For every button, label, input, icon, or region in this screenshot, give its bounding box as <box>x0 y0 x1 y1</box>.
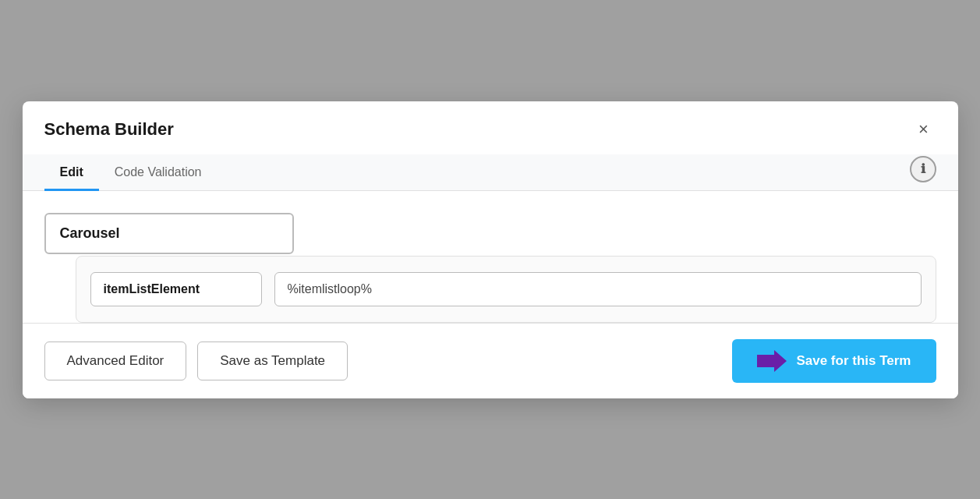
schema-builder-modal: Schema Builder × Edit Code Validation ℹ … <box>23 101 958 398</box>
item-key-field[interactable]: itemListElement <box>90 272 262 306</box>
close-button[interactable]: × <box>911 117 936 142</box>
tabs-bar: Edit Code Validation ℹ <box>23 154 958 191</box>
carousel-label[interactable]: Carousel <box>44 213 294 254</box>
modal-footer: Advanced Editor Save as Template Save fo… <box>23 323 958 398</box>
advanced-editor-button[interactable]: Advanced Editor <box>44 342 187 380</box>
save-template-button[interactable]: Save as Template <box>197 342 348 380</box>
modal-header: Schema Builder × <box>23 101 958 154</box>
modal-body: Carousel itemListElement %itemlistloop% <box>23 191 958 323</box>
info-icon[interactable]: ℹ <box>910 156 936 182</box>
svg-marker-0 <box>757 350 787 372</box>
arrow-icon <box>757 350 787 372</box>
tab-code-validation[interactable]: Code Validation <box>99 154 218 191</box>
carousel-children: itemListElement %itemlistloop% <box>76 256 936 323</box>
modal-overlay: Schema Builder × Edit Code Validation ℹ … <box>0 0 980 499</box>
save-term-button[interactable]: Save for this Term <box>732 339 936 383</box>
save-term-label: Save for this Term <box>796 353 911 369</box>
carousel-block: Carousel itemListElement %itemlistloop% <box>44 213 936 323</box>
tab-edit[interactable]: Edit <box>44 154 99 191</box>
item-value-field[interactable]: %itemlistloop% <box>274 272 922 306</box>
modal-title: Schema Builder <box>44 119 174 140</box>
